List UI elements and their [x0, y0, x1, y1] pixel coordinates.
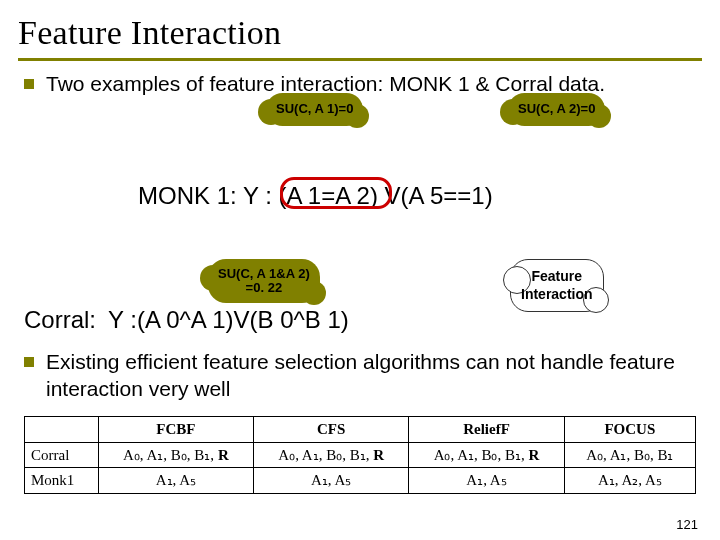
- page-number: 121: [676, 517, 698, 532]
- table-body: CorralA₀, A₁, B₀, B₁, RA₀, A₁, B₀, B₁, R…: [25, 442, 696, 494]
- cloud-su-a1a2-l2: =0. 22: [246, 280, 283, 295]
- cloud-su-a1a2-l1: SU(C, A 1&A 2): [218, 266, 310, 281]
- cloud-su-a2: SU(C, A 2)=0: [508, 93, 605, 125]
- table-cell: A₀, A₁, B₀, B₁: [564, 442, 695, 468]
- row-header: Corral: [25, 442, 99, 468]
- algorithms-table-wrap: FCBF CFS ReliefF FOCUS CorralA₀, A₁, B₀,…: [24, 416, 696, 494]
- table-row: CorralA₀, A₁, B₀, B₁, RA₀, A₁, B₀, B₁, R…: [25, 442, 696, 468]
- table-cell: A₀, A₁, B₀, B₁, R: [98, 442, 253, 468]
- clouds-row-top: SU(C, A 1)=0 SU(C, A 2)=0: [46, 97, 702, 155]
- table-head-row: FCBF CFS ReliefF FOCUS: [25, 416, 696, 442]
- corral-label: Corral:: [24, 305, 108, 335]
- cloud-fi-text: Feature Interaction: [521, 268, 593, 302]
- cloud-su-a1: SU(C, A 1)=0: [266, 93, 363, 125]
- monk-prefix: MONK 1: Y :: [138, 182, 272, 209]
- bullet-1: Two examples of feature interaction: MON…: [24, 71, 702, 155]
- slide: Feature Interaction Two examples of feat…: [0, 0, 720, 540]
- cloud-su-a1-text: SU(C, A 1)=0: [276, 101, 353, 116]
- cloud-fi-l2: Interaction: [521, 286, 593, 302]
- th-relieff: ReliefF: [409, 416, 564, 442]
- th-focus: FOCUS: [564, 416, 695, 442]
- corral-expr: Y :(A 0^A 1)V(B 0^B 1): [108, 305, 349, 335]
- bullet-2: Existing efficient feature selection alg…: [24, 349, 702, 402]
- bullet-1-span: Two examples of feature interaction: MON…: [46, 72, 605, 95]
- th-empty: [25, 416, 99, 442]
- row-header: Monk1: [25, 468, 99, 494]
- cloud-su-a1a2: SU(C, A 1&A 2) =0. 22: [208, 259, 320, 302]
- table-row: Monk1A₁, A₅A₁, A₅A₁, A₅A₁, A₂, A₅: [25, 468, 696, 494]
- bullet-icon: [24, 79, 34, 89]
- slide-body: Two examples of feature interaction: MON…: [18, 71, 702, 494]
- table-cell: A₁, A₅: [409, 468, 564, 494]
- table-cell: A₁, A₅: [254, 468, 409, 494]
- cloud-su-a2-text: SU(C, A 2)=0: [518, 101, 595, 116]
- title-underline: [18, 58, 702, 61]
- th-cfs: CFS: [254, 416, 409, 442]
- table-cell: A₁, A₅: [98, 468, 253, 494]
- page-title: Feature Interaction: [18, 14, 702, 52]
- bullet-icon: [24, 357, 34, 367]
- red-circle-annotation: [280, 177, 392, 209]
- bullet-2-text: Existing efficient feature selection alg…: [46, 349, 702, 402]
- th-fcbf: FCBF: [98, 416, 253, 442]
- cloud-fi-l1: Feature: [532, 268, 583, 284]
- cloud-su-a1a2-text: SU(C, A 1&A 2) =0. 22: [218, 266, 310, 295]
- table-cell: A₁, A₂, A₅: [564, 468, 695, 494]
- monk-formula: MONK 1: Y : (A 1=A 2) V(A 5==1): [138, 181, 702, 211]
- table-cell: A₀, A₁, B₀, B₁, R: [254, 442, 409, 468]
- monk-block: MONK 1: Y : (A 1=A 2) V(A 5==1) SU(C, A …: [18, 181, 702, 267]
- cloud-feature-interaction: Feature Interaction: [510, 259, 604, 312]
- monk-suffix: V(A 5==1): [385, 182, 493, 209]
- table-cell: A₀, A₁, B₀, B₁, R: [409, 442, 564, 468]
- algorithms-table: FCBF CFS ReliefF FOCUS CorralA₀, A₁, B₀,…: [24, 416, 696, 494]
- bullet-1-text: Two examples of feature interaction: MON…: [46, 71, 702, 155]
